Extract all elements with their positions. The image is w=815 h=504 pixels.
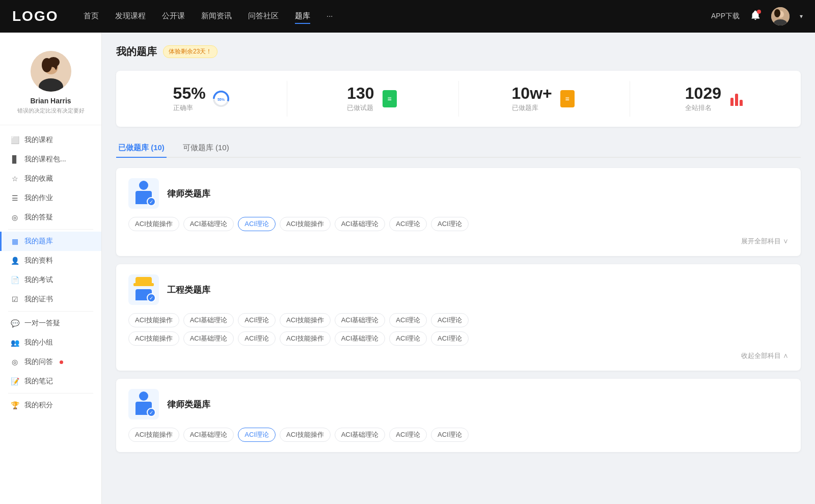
qbank-title-engineer: 工程类题库 (167, 284, 210, 296)
qbank-lawyer2-avatar: ✓ (128, 389, 159, 419)
eng-tag-r2-2[interactable]: ACI理论 (238, 331, 276, 346)
l2-tag-1[interactable]: ACI基础理论 (183, 428, 234, 442)
collapse-link[interactable]: 收起全部科目 ∧ (741, 352, 789, 359)
qbank-card-lawyer-1: ✓ 律师类题库 ACI技能操作 ACI基础理论 ACI理论 ACI技能操作 AC… (116, 168, 801, 256)
eng-tag-r2-4[interactable]: ACI基础理论 (335, 331, 386, 346)
sidebar-item-1on1-qa[interactable]: 💬 一对一答疑 (0, 314, 101, 333)
qbank-lawyer2-header: ✓ 律师类题库 (128, 389, 789, 419)
people-icon: 👤 (10, 256, 19, 265)
sidebar-profile: Brian Harris 错误的决定比没有决定要好 (0, 43, 101, 125)
stat-label-correct: 正确率 (173, 103, 206, 113)
sidebar-item-points[interactable]: 🏆 我的积分 (0, 396, 101, 415)
sidebar-item-favorites[interactable]: ☆ 我的收藏 (0, 169, 101, 188)
qa-icon: ◎ (10, 357, 19, 367)
bar-red-icon (727, 90, 746, 108)
user-menu-chevron[interactable]: ▾ (800, 13, 803, 20)
l2-tag-5[interactable]: ACI理论 (389, 428, 427, 442)
app-download-button[interactable]: APP下载 (711, 12, 740, 21)
sidebar-item-course-packages[interactable]: ▊ 我的课程包... (0, 150, 101, 169)
eng-tag-r2-1[interactable]: ACI基础理论 (183, 331, 234, 346)
tag-1[interactable]: ACI基础理论 (183, 217, 234, 231)
sidebar-avatar (31, 51, 71, 92)
qbank-engineer-header: ✓ 工程类题库 (128, 274, 789, 305)
l2-tag-2-active[interactable]: ACI理论 (238, 428, 276, 442)
main-content: 我的题库 体验剩余23天！ 55% 正确率 55% (102, 33, 815, 504)
trial-badge: 体验剩余23天！ (163, 45, 218, 58)
stat-label-rank: 全站排名 (685, 103, 721, 113)
eng-tag-r1-4[interactable]: ACI基础理论 (335, 313, 386, 327)
user-avatar[interactable] (771, 7, 790, 25)
nav-qbank[interactable]: 题库 (295, 9, 310, 24)
eng-tag-r1-3[interactable]: ACI技能操作 (280, 313, 331, 327)
tag-5[interactable]: ACI理论 (389, 217, 427, 231)
tag-2-active[interactable]: ACI理论 (238, 217, 276, 231)
sidebar-quote: 错误的决定比没有决定要好 (17, 107, 85, 115)
nav-home[interactable]: 首页 (84, 9, 99, 24)
sidebar-item-certificate[interactable]: ☑ 我的证书 (0, 290, 101, 309)
eng-tag-r1-5[interactable]: ACI理论 (389, 313, 427, 327)
doc-green-icon (381, 90, 399, 108)
tag-6[interactable]: ACI理论 (431, 217, 469, 231)
l2-tag-6[interactable]: ACI理论 (431, 428, 469, 442)
eng-tag-r1-1[interactable]: ACI基础理论 (183, 313, 234, 327)
sidebar-item-questions[interactable]: ◎ 我的问答 (0, 352, 101, 372)
qbank-tags-engineer-row2: ACI技能操作 ACI基础理论 ACI理论 ACI技能操作 ACI基础理论 AC… (128, 331, 789, 346)
navbar: LOGO 首页 发现课程 公开课 新闻资讯 问答社区 题库 ··· APP下载 (0, 0, 815, 33)
l2-tag-3[interactable]: ACI技能操作 (280, 428, 331, 442)
sidebar-divider-2 (8, 311, 93, 312)
eng-tag-r2-5[interactable]: ACI理论 (389, 331, 427, 346)
tab-done[interactable]: 已做题库 (10) (116, 139, 167, 158)
nav-news[interactable]: 新闻资讯 (201, 9, 232, 24)
notification-bell[interactable] (750, 10, 761, 23)
avatar-image (771, 7, 790, 25)
svg-text:55%: 55% (218, 98, 225, 102)
nav-qa[interactable]: 问答社区 (248, 9, 279, 24)
pie-chart-icon: 55% (212, 90, 230, 108)
expand-link-1[interactable]: 展开全部科目 ∨ (741, 237, 789, 245)
stat-banks-done: 10w+ 已做题库 (459, 81, 630, 117)
eng-tag-r2-0[interactable]: ACI技能操作 (128, 331, 179, 346)
qa-badge-dot (60, 360, 63, 364)
qbank-lawyer-avatar: ✓ (128, 178, 159, 209)
nav-discover[interactable]: 发现课程 (115, 9, 146, 24)
sidebar-item-my-info[interactable]: 👤 我的资料 (0, 251, 101, 270)
l2-tag-0[interactable]: ACI技能操作 (128, 428, 179, 442)
eng-tag-r2-6[interactable]: ACI理论 (431, 331, 469, 346)
sidebar-item-my-exam[interactable]: 📄 我的考试 (0, 270, 101, 290)
bar-shape (730, 92, 743, 106)
nav-more[interactable]: ··· (327, 9, 333, 24)
sidebar-item-notes[interactable]: 📝 我的笔记 (0, 372, 101, 391)
sidebar-item-question-bank[interactable]: ▦ 我的题库 (0, 232, 101, 251)
tabs-row: 已做题库 (10) 可做题库 (10) (116, 139, 801, 158)
qbank-engineer-avatar: ✓ (128, 274, 159, 305)
notification-dot (757, 10, 761, 14)
l2-tag-4[interactable]: ACI基础理论 (335, 428, 386, 442)
logo: LOGO (12, 8, 63, 24)
tag-3[interactable]: ACI技能操作 (280, 217, 331, 231)
sidebar-divider-3 (8, 393, 93, 394)
sidebar: Brian Harris 错误的决定比没有决定要好 ⬜ 我的课程 ▊ 我的课程包… (0, 33, 102, 504)
tag-4[interactable]: ACI基础理论 (335, 217, 386, 231)
eng-tag-r2-3[interactable]: ACI技能操作 (280, 331, 331, 346)
sidebar-item-my-courses[interactable]: ⬜ 我的课程 (0, 130, 101, 150)
qbank-footer-2: 收起全部科目 ∧ (128, 351, 789, 360)
eng-tag-r1-0[interactable]: ACI技能操作 (128, 313, 179, 327)
stat-value-rank: 1029 (685, 85, 721, 101)
lawyer2-check: ✓ (147, 408, 156, 417)
doc-shape (383, 90, 397, 107)
sidebar-item-homework[interactable]: ☰ 我的作业 (0, 188, 101, 208)
nav-links: 首页 发现课程 公开课 新闻资讯 问答社区 题库 ··· (84, 9, 711, 24)
page-title: 我的题库 (116, 45, 157, 59)
qbank-tags-lawyer-1: ACI技能操作 ACI基础理论 ACI理论 ACI技能操作 ACI基础理论 AC… (128, 217, 789, 231)
score-icon: 🏆 (10, 401, 19, 410)
qbank-footer-1: 展开全部科目 ∨ (128, 236, 789, 246)
tab-todo[interactable]: 可做题库 (10) (181, 139, 231, 158)
eng-tag-r1-2[interactable]: ACI理论 (238, 313, 276, 327)
sidebar-item-my-qa[interactable]: ◎ 我的答疑 (0, 208, 101, 227)
tag-0[interactable]: ACI技能操作 (128, 217, 179, 231)
clipboard-icon: ☰ (10, 193, 19, 203)
eng-tag-r1-6[interactable]: ACI理论 (431, 313, 469, 327)
sidebar-item-group[interactable]: 👥 我的小组 (0, 333, 101, 352)
nav-open-course[interactable]: 公开课 (162, 9, 185, 24)
star-icon: ☆ (10, 174, 19, 183)
